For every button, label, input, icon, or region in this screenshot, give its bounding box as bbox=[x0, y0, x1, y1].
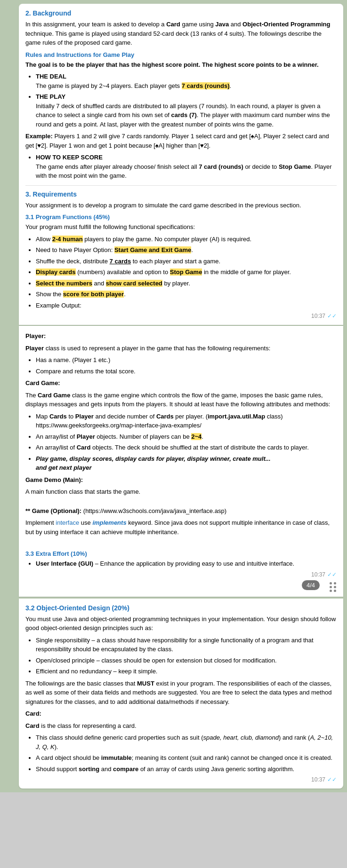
deal-heading: THE DEAL bbox=[36, 73, 66, 80]
score-bullet: HOW TO KEEP SCORE The game ends after pl… bbox=[36, 153, 337, 181]
func-bullet-5: Select the numbers and show card selecte… bbox=[36, 279, 337, 288]
player-text: Player class is used to represent a play… bbox=[25, 344, 337, 353]
func-bullet-2: Need to have Player Option: Start Game a… bbox=[36, 245, 337, 255]
tick-1: ✓✓ bbox=[327, 313, 337, 319]
section2-intro: In this assignment, your team is asked t… bbox=[25, 20, 337, 47]
ood-bullet-2: Open/closed principle – classes should b… bbox=[36, 656, 337, 665]
timestamp-bar-2: 10:37 ✓✓ bbox=[25, 571, 337, 578]
card-bullet-1: This class should define generic card pr… bbox=[36, 733, 337, 751]
game-demo-heading: Game Demo (Main): bbox=[25, 475, 337, 485]
ood-bullet-3: Efficient and no redundancy – keep it si… bbox=[36, 667, 337, 676]
func-bullet-3: Shuffle the deck, distribute 7 cards to … bbox=[36, 257, 337, 266]
game-demo-text: A main function class that starts the ga… bbox=[25, 487, 337, 497]
score-list: HOW TO KEEP SCORE The game ends after pl… bbox=[36, 153, 337, 181]
section33-bullets: User Interface (GUI) – Enhance the appli… bbox=[36, 559, 337, 568]
page-background: 2. Background In this assignment, your t… bbox=[0, 0, 347, 792]
player-bullet-1: Has a name. (Player 1 etc.) bbox=[36, 355, 337, 365]
card-bullet-2: A card object should be immutable; meani… bbox=[36, 753, 337, 763]
play-heading: THE PLAY bbox=[36, 93, 65, 100]
section3-heading: 3. Requirements bbox=[25, 190, 337, 198]
card-class-desc: Card is the class for representing a car… bbox=[25, 721, 337, 731]
player-bullet-2: Compare and returns the total score. bbox=[36, 367, 337, 376]
cg-bullet-3: An array/list of Card objects. The deck … bbox=[36, 443, 337, 452]
player-heading: Player: bbox=[25, 331, 337, 341]
section2-heading: 2. Background bbox=[25, 9, 337, 17]
timestamp-1: 10:37 bbox=[311, 313, 325, 319]
tick-3: ✓✓ bbox=[327, 776, 337, 783]
func-bullets: Allow 2-4 human players to play the game… bbox=[36, 235, 337, 310]
section3-intro: Your assignment is to develop a program … bbox=[25, 201, 337, 210]
game-rules-list: THE DEAL The game is played by 2~4 playe… bbox=[36, 72, 337, 129]
divider1 bbox=[25, 185, 337, 186]
pagination-badge: 4/4 bbox=[302, 580, 320, 590]
section32-heading: 3.2 Object-Oriented Design (20%) bbox=[25, 604, 337, 612]
func-bullet-1: Allow 2-4 human players to play the game… bbox=[36, 235, 337, 244]
tick-2: ✓✓ bbox=[327, 571, 337, 578]
message-bubble-3: 3.2 Object-Oriented Design (20%) You mus… bbox=[19, 599, 343, 789]
cg-bullet-2: An array/list of Player objects. Number … bbox=[36, 432, 337, 442]
game-optional-text: Implement interface use implements keywo… bbox=[25, 518, 337, 537]
card-game-bullets: Map Cards to Player and decide number of… bbox=[36, 412, 337, 473]
score-heading: HOW TO KEEP SCORE bbox=[36, 154, 103, 161]
prog-func-heading: 3.1 Program Functions (45%) bbox=[25, 213, 337, 221]
cg-bullet-1: Map Cards to Player and decide number of… bbox=[36, 412, 337, 430]
func-bullet-7: Example Output: bbox=[36, 301, 337, 310]
card-bullet-3: Should support sorting and compare of an… bbox=[36, 765, 337, 774]
rules-heading: Rules and Instructions for Game Play bbox=[25, 51, 337, 58]
func-bullet-4: Display cards (numbers) available and op… bbox=[36, 268, 337, 277]
card-class-heading: Card: bbox=[25, 709, 337, 718]
deal-bullet: THE DEAL The game is played by 2~4 playe… bbox=[36, 72, 337, 90]
ood-intro: You must use Java and object-oriented pr… bbox=[25, 615, 337, 633]
message-bubble-2: Player: Player class is used to represen… bbox=[19, 326, 343, 597]
section33-heading: 3.3 Extra Effort (10%) bbox=[25, 550, 337, 557]
followings-text: The followings are the basic classes tha… bbox=[25, 679, 337, 707]
player-bullets: Has a name. (Player 1 etc.) Compare and … bbox=[36, 355, 337, 376]
cg-bullet-4: Play game, display scores, display cards… bbox=[36, 454, 337, 473]
card-class-bullets: This class should define generic card pr… bbox=[36, 733, 337, 773]
dots-menu-icon[interactable] bbox=[330, 582, 337, 592]
card-game-heading: Card Game: bbox=[25, 379, 337, 388]
prog-func-intro: Your program must fulfill the following … bbox=[25, 222, 337, 232]
timestamp-bar-1: 10:37 ✓✓ bbox=[25, 313, 337, 319]
ood-bullets: Single responsibility – a class should h… bbox=[36, 636, 337, 676]
ood-bullet-1: Single responsibility – a class should h… bbox=[36, 636, 337, 654]
example-text: Example: Players 1 and 2 will give 7 car… bbox=[25, 132, 337, 150]
game-optional: ** Game (Optional): (https://www.w3schoo… bbox=[25, 506, 337, 516]
play-bullet: THE PLAY Initially 7 deck of shuffled ca… bbox=[36, 92, 337, 129]
timestamp-bar-3: 10:37 ✓✓ bbox=[25, 776, 337, 783]
goal-text: The goal is to be the player that has th… bbox=[25, 60, 337, 70]
timestamp-2: 10:37 bbox=[311, 571, 325, 578]
func-bullet-6: Show the score for both player. bbox=[36, 290, 337, 299]
section33-bullet-1: User Interface (GUI) – Enhance the appli… bbox=[36, 559, 337, 568]
deal-highlight: 7 cards (rounds) bbox=[182, 82, 230, 89]
card-game-text: The Card Game class is the game engine w… bbox=[25, 391, 337, 409]
message-bubble-1: 2. Background In this assignment, your t… bbox=[19, 4, 343, 325]
timestamp-3: 10:37 bbox=[311, 776, 325, 783]
